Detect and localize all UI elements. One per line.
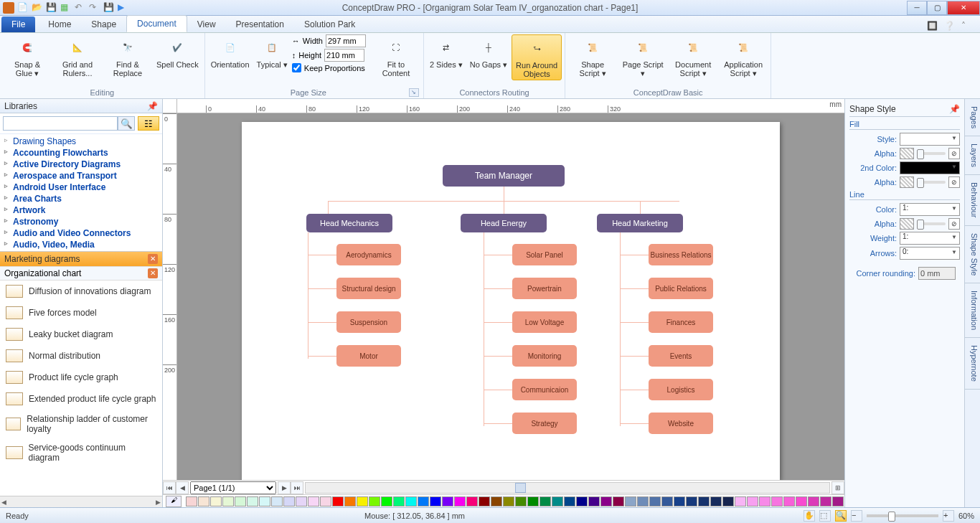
library-search-input[interactable] (3, 116, 118, 131)
tab-file[interactable]: File (1, 17, 35, 32)
color-swatch[interactable] (491, 496, 502, 506)
color-swatch[interactable] (296, 496, 307, 506)
node-sub[interactable]: Website (649, 413, 713, 434)
color-swatch[interactable] (210, 496, 222, 506)
zoom-in-button[interactable]: + (943, 510, 954, 522)
keep-proportions-checkbox[interactable] (292, 63, 301, 72)
color-swatch[interactable] (454, 496, 466, 506)
color-swatch[interactable] (783, 496, 795, 506)
close-button[interactable]: ✕ (947, 1, 980, 15)
color-swatch[interactable] (332, 496, 344, 506)
color-swatch[interactable] (271, 496, 283, 506)
lib-tree-item[interactable]: Active Directory Diagrams (0, 159, 162, 170)
diagram-item[interactable]: Extended product life cycle graph (0, 388, 162, 410)
color-swatch[interactable] (600, 496, 612, 506)
second-alpha-reset[interactable]: ⊘ (948, 176, 960, 188)
tab-shape[interactable]: Shape (81, 17, 126, 32)
qat-save2-icon[interactable]: 💾 (103, 2, 115, 14)
find-replace-button[interactable]: 🔭Find & Replace (103, 34, 152, 79)
color-swatch[interactable] (466, 496, 478, 506)
pagesize-expand-button[interactable]: ↘ (409, 88, 419, 97)
node-sub[interactable]: Aerodynamics (336, 244, 401, 265)
fill-style-dropdown[interactable] (900, 133, 960, 146)
color-swatch[interactable] (369, 496, 380, 506)
node-sub[interactable]: Communicaion (512, 379, 577, 400)
node-sub[interactable]: Logistics (649, 379, 713, 400)
node-sub[interactable]: Finances (649, 311, 713, 333)
color-swatch[interactable] (588, 496, 600, 506)
maximize-button[interactable]: ▢ (927, 1, 947, 15)
color-swatch[interactable] (649, 496, 661, 506)
node-sub[interactable]: Solar Panel (512, 244, 577, 265)
color-swatch[interactable] (564, 496, 575, 506)
color-swatch[interactable] (320, 496, 331, 506)
no-gaps-button[interactable]: ┼No Gaps ▾ (467, 34, 510, 70)
close-marketing-icon[interactable]: ✕ (148, 254, 158, 264)
second-color-dropdown[interactable] (900, 161, 960, 174)
canvas-options-button[interactable]: ⊞ (831, 481, 844, 494)
color-swatch[interactable] (637, 496, 649, 506)
diagram-item[interactable]: Diffusion of innovations diagram (0, 281, 162, 302)
help-icon[interactable]: ❔ (944, 21, 956, 32)
page-selector[interactable]: Page1 (1/1) (190, 481, 276, 494)
color-swatch[interactable] (222, 496, 234, 506)
minimize-button[interactable]: ─ (907, 1, 927, 15)
zoom-tool-icon[interactable]: 🔍 (835, 510, 847, 522)
snap-glue-button[interactable]: 🧲Snap & Glue ▾ (3, 34, 52, 79)
diagram-item[interactable]: Five forces model (0, 302, 162, 324)
node-sub[interactable]: Events (649, 345, 713, 367)
section-orgchart[interactable]: Organizational chart (4, 268, 81, 278)
arrows-dropdown[interactable]: 0: (900, 247, 960, 260)
diagram-item[interactable]: Normal distribution (0, 345, 162, 367)
node-sub[interactable]: Strategy (512, 413, 577, 434)
two-sides-button[interactable]: ⇄2 Sides ▾ (427, 34, 466, 70)
zoom-out-button[interactable]: − (851, 510, 862, 522)
brush-tool-button[interactable]: 🖌 (166, 496, 182, 507)
lib-tree-item[interactable]: Artwork (0, 204, 162, 216)
color-swatch[interactable] (710, 496, 722, 506)
run-around-button[interactable]: ⮑Run Around Objects (512, 34, 562, 80)
tab-home[interactable]: Home (38, 17, 81, 32)
tab-solution-park[interactable]: Solution Park (294, 17, 365, 32)
color-swatch[interactable] (832, 496, 844, 506)
color-swatch[interactable] (405, 496, 417, 506)
typical-button[interactable]: 📋Typical ▾ (254, 34, 291, 70)
lib-tree-item[interactable]: Audio and Video Connectors (0, 227, 162, 239)
color-swatch[interactable] (283, 496, 295, 506)
side-tab-behaviour[interactable]: Behaviour (965, 175, 980, 226)
page[interactable]: Team Manager Head Mechanics Head Energy … (242, 122, 780, 480)
line-alpha-slider[interactable] (917, 222, 946, 225)
color-swatch[interactable] (503, 496, 514, 506)
color-swatch[interactable] (479, 496, 490, 506)
color-swatch[interactable] (759, 496, 771, 506)
color-swatch[interactable] (247, 496, 258, 506)
color-swatch[interactable] (308, 496, 319, 506)
section-marketing[interactable]: Marketing diagrams (4, 254, 80, 264)
node-sub[interactable]: Business Relations (649, 244, 713, 265)
page-next-button[interactable]: ▶ (278, 481, 291, 494)
color-swatch[interactable] (344, 496, 356, 506)
node-sub[interactable]: Low Voltage (512, 311, 577, 333)
lib-tree-item[interactable]: Area Charts (0, 193, 162, 204)
page-prev-button[interactable]: ◀ (176, 481, 189, 494)
line-weight-dropdown[interactable]: 1: (900, 232, 960, 245)
node-team-manager[interactable]: Team Manager (443, 165, 565, 187)
color-swatch[interactable] (198, 496, 209, 506)
color-swatch[interactable] (357, 496, 368, 506)
fill-alpha-reset[interactable]: ⊘ (948, 148, 960, 159)
qat-play-icon[interactable]: ▶ (118, 2, 129, 14)
pin-icon[interactable]: 📌 (147, 101, 158, 111)
color-swatch[interactable] (820, 496, 831, 506)
shape-script-button[interactable]: 📜Shape Script ▾ (568, 34, 617, 79)
close-orgchart-icon[interactable]: ✕ (148, 268, 158, 278)
color-swatch[interactable] (259, 496, 270, 506)
node-sub[interactable]: Structural design (336, 278, 401, 299)
page-script-button[interactable]: 📜Page Script ▾ (618, 34, 667, 79)
spell-check-button[interactable]: ✔️Spell Check (154, 34, 202, 70)
color-swatch[interactable] (442, 496, 453, 506)
canvas[interactable]: Team Manager Head Mechanics Head Energy … (177, 113, 844, 480)
panel-pin-icon[interactable]: 📌 (949, 104, 960, 114)
color-swatch[interactable] (186, 496, 197, 506)
node-sub[interactable]: Monitoring (512, 345, 577, 367)
diagram-item[interactable]: Product life cycle graph (0, 367, 162, 388)
